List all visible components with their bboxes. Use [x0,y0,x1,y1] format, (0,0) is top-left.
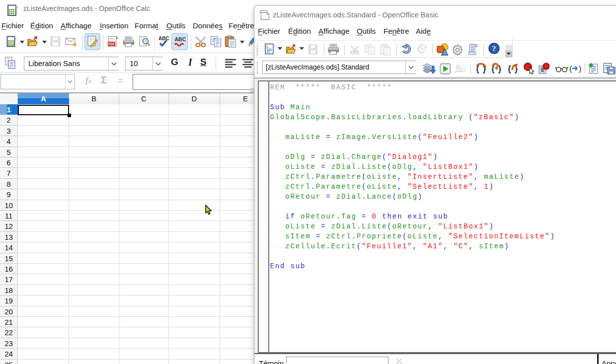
svg-text:(: ( [569,64,572,73]
svg-text:ABC: ABC [158,36,169,41]
svg-text:): ) [579,64,582,73]
svg-text:ABC: ABC [175,36,186,42]
svg-text:PDF: PDF [108,42,115,46]
svg-text:?: ? [492,45,496,53]
